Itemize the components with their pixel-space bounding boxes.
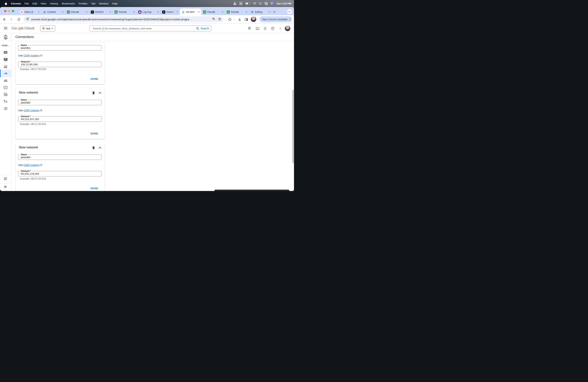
sidebar-item-connections[interactable]	[0, 71, 11, 75]
zoom-window-button[interactable]	[12, 10, 14, 12]
chrome-update-chip[interactable]: New Chrome available	[259, 16, 292, 22]
spotlight-icon[interactable]	[259, 2, 262, 5]
tab-close-icon[interactable]: ✕	[245, 11, 248, 13]
collapse-card-button[interactable]	[98, 146, 102, 149]
menu-bar-clock[interactable]: Sat 1:25 PM	[276, 2, 291, 5]
url-text[interactable]: console.cloud.google.com/sql/instances/s…	[31, 18, 210, 21]
network-field[interactable]: Network * 54.213.107.162	[18, 116, 102, 122]
extensions-icon[interactable]	[227, 17, 232, 22]
wifi-icon[interactable]	[253, 2, 256, 5]
menu-help[interactable]: Help	[112, 2, 117, 5]
nav-menu-icon[interactable]	[4, 26, 8, 31]
account-avatar[interactable]	[285, 26, 290, 31]
tab-close-icon[interactable]: ✕	[221, 11, 224, 13]
search-button[interactable]: Search	[193, 26, 211, 31]
tab-x-home[interactable]: X Home /✕	[160, 9, 180, 15]
close-window-button[interactable]	[4, 10, 6, 12]
tab-close-icon[interactable]: ✕	[133, 11, 135, 13]
notifications-icon[interactable]	[263, 26, 267, 31]
apple-icon[interactable]	[4, 2, 7, 5]
name-field[interactable]: Name peerdb1	[18, 45, 102, 51]
browser-profile-avatar[interactable]	[251, 17, 256, 22]
menu-view[interactable]: View	[41, 2, 46, 5]
network-field[interactable]: Network * 100.21.65.249	[18, 62, 102, 67]
reload-icon[interactable]	[16, 17, 21, 22]
sidebar-item-backups[interactable]	[0, 92, 11, 96]
cidr-notation-link[interactable]: CIDR notation	[23, 164, 42, 167]
menu-bookmarks[interactable]: Bookmarks	[62, 2, 75, 5]
tab-editing[interactable]: Editing✕	[249, 9, 272, 15]
tab-inbox[interactable]: M Inbox (5✕	[19, 9, 41, 15]
window-tiling-icon[interactable]	[233, 2, 236, 5]
release-notes-icon[interactable]	[247, 26, 252, 31]
sidebar-item-system-insights[interactable]	[0, 58, 11, 62]
site-settings-icon[interactable]	[26, 17, 29, 21]
tab-log-explorer[interactable]: Log Exp✕	[136, 9, 160, 15]
sidebar-item-query-insights[interactable]	[0, 64, 11, 68]
zoom-level-icon[interactable]	[212, 17, 215, 21]
side-panel-icon[interactable]	[244, 17, 249, 22]
sidebar-collapse-toggle[interactable]	[0, 185, 11, 189]
tab-dais24[interactable]: DAIS DAIS24✕	[89, 9, 113, 15]
help-icon[interactable]	[270, 26, 275, 31]
tab-peerdb-4[interactable]: Peerdb✕	[225, 9, 249, 15]
more-options-icon[interactable]	[278, 26, 283, 31]
search-input[interactable]: Search (/) for resources, docs, products…	[90, 27, 193, 30]
sidebar-item-release-notes[interactable]	[0, 177, 11, 180]
tab-close-icon[interactable]: ✕	[268, 11, 271, 13]
sidebar-item-replicas[interactable]	[0, 99, 11, 103]
siri-icon[interactable]	[271, 2, 274, 5]
collapse-card-button[interactable]	[98, 91, 102, 95]
address-bar[interactable]: console.cloud.google.com/sql/instances/s…	[24, 16, 223, 22]
sidebar-item-operations[interactable]	[0, 106, 11, 110]
tab-search-button[interactable]	[287, 9, 292, 14]
name-field[interactable]: Name peerdb3	[18, 154, 102, 160]
tab-close-icon[interactable]: ✕	[85, 11, 88, 13]
done-button[interactable]: DONE	[91, 77, 98, 80]
tab-close-icon[interactable]: ✕	[38, 11, 40, 13]
google-cloud-logo[interactable]: GoogleCloud	[11, 26, 34, 30]
downloads-icon[interactable]	[237, 17, 242, 22]
menu-profiles[interactable]: Profiles	[79, 2, 87, 5]
cloud-search-bar[interactable]: Search (/) for resources, docs, products…	[89, 25, 211, 31]
cloud-shell-icon[interactable]	[255, 26, 260, 31]
cidr-notation-link[interactable]: CIDR notation	[23, 54, 42, 57]
menu-file[interactable]: File	[24, 2, 29, 5]
forward-icon[interactable]	[9, 17, 14, 22]
menu-tab[interactable]: Tab	[91, 2, 95, 5]
tab-close-icon[interactable]: ✕	[198, 11, 200, 13]
sidebar-item-overview[interactable]	[0, 50, 11, 54]
screen-recorder-icon[interactable]	[239, 2, 243, 5]
cidr-notation-link[interactable]: CIDR notation	[23, 109, 42, 112]
back-icon[interactable]	[2, 17, 7, 22]
new-tab-button[interactable]: +	[272, 10, 276, 14]
tab-peerdb-2[interactable]: Peerdb✕	[113, 9, 136, 15]
tab-sai-peerdb-active[interactable]: sai-peer✕	[180, 9, 201, 15]
menu-history[interactable]: History	[50, 2, 58, 5]
menu-window[interactable]: Window	[99, 2, 108, 5]
tab-close-icon[interactable]: ✕	[176, 11, 179, 13]
menu-chrome[interactable]: Chrome	[11, 2, 21, 5]
chrome-menu-icon[interactable]	[290, 18, 290, 21]
tab-close-icon[interactable]: ✕	[109, 11, 112, 13]
minimize-window-button[interactable]	[8, 10, 10, 12]
tab-conference[interactable]: Confere✕	[41, 9, 65, 15]
network-field[interactable]: Network * 54.201.178.203	[18, 171, 102, 176]
done-button[interactable]: DONE	[91, 132, 98, 135]
project-picker[interactable]: test	[40, 25, 55, 31]
menu-edit[interactable]: Edit	[32, 2, 37, 5]
delete-network-button[interactable]	[92, 91, 95, 95]
page-scrollbar-thumb[interactable]	[292, 90, 294, 163]
tab-peerdb-1[interactable]: Peerdb✕	[65, 9, 89, 15]
tab-peerdb-3[interactable]: Peerdb✕	[201, 9, 225, 15]
sidebar-item-users[interactable]	[0, 79, 11, 83]
sidebar-item-databases[interactable]	[0, 85, 11, 89]
tab-close-icon[interactable]: ✕	[157, 11, 159, 13]
delete-network-button[interactable]	[92, 146, 95, 149]
name-field[interactable]: Name peerdb2	[18, 100, 102, 105]
tab-close-icon[interactable]: ✕	[62, 11, 64, 13]
battery-icon[interactable]	[245, 2, 250, 5]
bookmark-star-icon[interactable]	[218, 17, 221, 21]
control-center-icon[interactable]	[265, 2, 268, 5]
done-button[interactable]: DONE	[91, 187, 98, 190]
